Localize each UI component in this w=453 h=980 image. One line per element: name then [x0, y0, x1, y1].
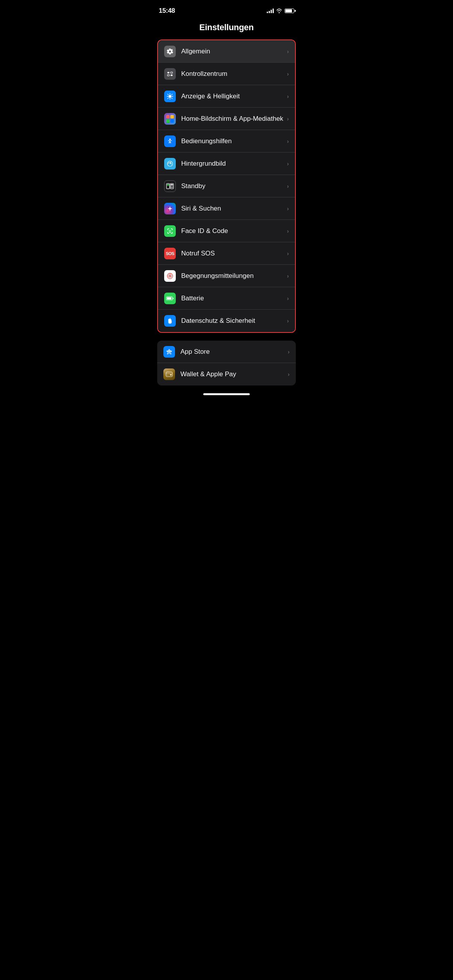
faceid-icon: [164, 225, 176, 237]
datenschutz-label: Datenschutz & Sicherheit: [181, 317, 284, 325]
sidebar-item-hintergrundbild[interactable]: Hintergrundbild ›: [158, 152, 295, 175]
chevron-icon: ›: [287, 273, 289, 279]
brightness-icon: [164, 91, 176, 102]
chevron-icon: ›: [287, 228, 289, 234]
svg-rect-32: [166, 372, 173, 377]
chevron-icon: ›: [288, 371, 290, 377]
allgemein-label: Allgemein: [181, 47, 284, 55]
siri-icon: [164, 203, 176, 214]
chevron-icon: ›: [287, 71, 289, 77]
wallet-icon: [163, 368, 175, 380]
chevron-icon: ›: [287, 206, 289, 212]
face-id-label: Face ID & Code: [181, 227, 284, 235]
sidebar-item-home-bildschirm[interactable]: Home-Bildschirm & App-Mediathek ›: [158, 108, 295, 130]
accessibility-icon: [164, 135, 176, 147]
hand-icon: [164, 315, 176, 327]
settings-group-apps: App Store › Wallet & Apple Pay ›: [157, 341, 296, 385]
toggle-icon: [164, 68, 176, 80]
battery-status-icon: [285, 9, 294, 13]
svg-rect-0: [167, 72, 169, 73]
chevron-icon: ›: [287, 295, 289, 302]
svg-rect-1: [167, 74, 169, 76]
status-time: 15:48: [159, 7, 175, 15]
svg-line-12: [168, 98, 168, 99]
chevron-icon: ›: [287, 93, 289, 99]
sidebar-item-begegnungsmitteilungen[interactable]: Begegnungsmitteilungen ›: [158, 265, 295, 287]
svg-line-11: [172, 94, 172, 95]
wallet-label: Wallet & Apple Pay: [180, 370, 285, 378]
appstore-icon: [163, 346, 175, 358]
battery-icon: [164, 293, 176, 304]
status-bar: 15:48: [151, 0, 302, 19]
chevron-icon: ›: [287, 250, 289, 257]
sidebar-item-siri[interactable]: Siri & Suchen ›: [158, 197, 295, 220]
sidebar-item-datenschutz[interactable]: Datenschutz & Sicherheit ›: [158, 310, 295, 332]
chevron-icon: ›: [287, 318, 289, 324]
home-bildschirm-label: Home-Bildschirm & App-Mediathek: [181, 115, 284, 123]
svg-rect-30: [173, 298, 173, 299]
siri-label: Siri & Suchen: [181, 204, 284, 212]
chevron-icon: ›: [287, 183, 289, 189]
sidebar-item-appstore[interactable]: App Store ›: [157, 341, 296, 363]
sidebar-item-wallet[interactable]: Wallet & Apple Pay ›: [157, 363, 296, 385]
wallpaper-icon: [164, 158, 176, 170]
svg-rect-2: [171, 72, 173, 73]
sidebar-item-kontrollzentrum[interactable]: Kontrollzentrum ›: [158, 63, 295, 85]
sidebar-item-notruf[interactable]: SOS Notruf SOS ›: [158, 242, 295, 265]
sos-icon: SOS: [164, 248, 176, 259]
sidebar-item-allgemein[interactable]: Allgemein ›: [158, 40, 295, 63]
svg-rect-33: [166, 373, 173, 374]
standby-icon: [164, 180, 176, 192]
svg-rect-19: [171, 184, 173, 185]
wifi-icon: [276, 9, 282, 13]
sidebar-item-bedienungshilfen[interactable]: Bedienungshilfen ›: [158, 130, 295, 152]
appstore-label: App Store: [180, 348, 285, 356]
sidebar-item-standby[interactable]: Standby ›: [158, 175, 295, 197]
kontrollzentrum-label: Kontrollzentrum: [181, 70, 284, 78]
home-grid-icon: [164, 113, 176, 125]
anzeige-label: Anzeige & Helligkeit: [181, 92, 284, 100]
svg-line-9: [168, 94, 168, 95]
sidebar-item-batterie[interactable]: Batterie ›: [158, 287, 295, 310]
batterie-label: Batterie: [181, 294, 284, 302]
bedienungshilfen-label: Bedienungshilfen: [181, 137, 284, 145]
svg-line-10: [172, 98, 172, 99]
sidebar-item-anzeige[interactable]: Anzeige & Helligkeit ›: [158, 85, 295, 108]
svg-point-25: [169, 275, 171, 277]
svg-rect-29: [167, 297, 171, 300]
chevron-icon: ›: [287, 48, 289, 55]
chevron-icon: ›: [287, 161, 289, 167]
notruf-label: Notruf SOS: [181, 249, 284, 257]
page-title: Einstellungen: [151, 19, 302, 39]
gear-icon: [164, 46, 176, 57]
begegnungsmitteilungen-label: Begegnungsmitteilungen: [181, 272, 284, 280]
svg-point-15: [170, 162, 171, 163]
svg-point-4: [168, 95, 172, 98]
svg-point-13: [169, 138, 171, 140]
radar-icon: [164, 270, 176, 282]
hintergrundbild-label: Hintergrundbild: [181, 159, 284, 168]
svg-rect-17: [167, 184, 169, 185]
status-icons: [267, 9, 294, 13]
sidebar-item-face-id[interactable]: Face ID & Code ›: [158, 220, 295, 242]
chevron-icon: ›: [287, 138, 289, 144]
chevron-icon: ›: [287, 116, 289, 122]
settings-group-main: Allgemein › Kontrollzentrum ›: [157, 39, 296, 333]
svg-rect-31: [168, 319, 172, 323]
svg-rect-3: [171, 74, 173, 76]
standby-label: Standby: [181, 182, 284, 190]
signal-icon: [267, 9, 274, 13]
chevron-icon: ›: [288, 349, 290, 355]
svg-rect-34: [170, 374, 172, 375]
home-bar: [203, 393, 250, 395]
